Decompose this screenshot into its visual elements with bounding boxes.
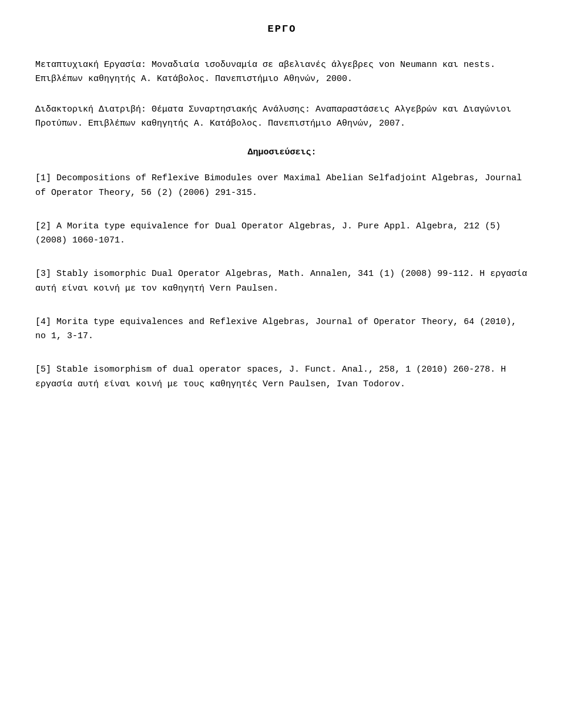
page-title: ΕΡΓΟ [35,23,529,35]
phd-text: Διδακτορική Διατριβή: Θέματα Συναρτησιακ… [35,105,511,129]
pub-2-number: [2] [35,221,51,231]
pub-3-number: [3] [35,269,51,279]
pub-4-text: Morita type equivalences and Reflexive A… [35,317,516,342]
publications-heading: Δημοσιεύσεις: [35,147,529,157]
pub-5-text: Stable isomorphism of dual operator spac… [35,365,506,389]
phd-section: Διδακτορική Διατριβή: Θέματα Συναρτησιακ… [35,103,529,131]
pub-4-number: [4] [35,317,51,327]
masters-section: Μεταπτυχιακή Εργασία: Μοναδιαία ισοδυναμ… [35,58,529,86]
publication-item-5: [5] Stable isomorphism of dual operator … [35,363,529,392]
publication-item-2: [2] A Morita type equivalence for Dual O… [35,220,529,249]
pub-5-number: [5] [35,365,51,375]
publication-item-3: [3] Stably isomorphic Dual Operator Alge… [35,267,529,296]
publications-list: [1] Decompositions of Reflexive Bimodule… [35,171,529,392]
masters-text: Μεταπτυχιακή Εργασία: Μοναδιαία ισοδυναμ… [35,60,495,84]
publication-item-1: [1] Decompositions of Reflexive Bimodule… [35,171,529,201]
publication-item-4: [4] Morita type equivalences and Reflexi… [35,315,529,345]
pub-3-text: Stably isomorphic Dual Operator Algebras… [35,269,527,294]
pub-1-number: [1] [35,173,51,183]
pub-2-text: A Morita type equivalence for Dual Opera… [35,221,501,246]
pub-1-text: Decompositions of Reflexive Bimodules ov… [35,173,522,198]
